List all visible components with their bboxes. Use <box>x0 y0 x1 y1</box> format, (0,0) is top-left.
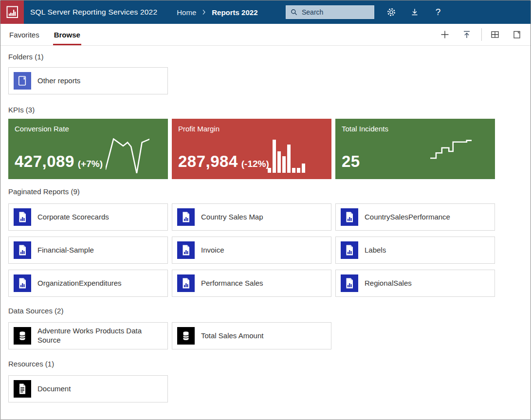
section-heading-paginated-reports: Paginated Reports (9) <box>8 179 523 203</box>
top-bar: SQL Server Reporting Services 2022 Home … <box>0 0 531 24</box>
datasource-tile[interactable]: Adventure Works Products Data Source <box>8 322 168 349</box>
details-view-icon <box>511 29 523 40</box>
breadcrumb-home[interactable]: Home <box>177 8 196 17</box>
document-icon <box>14 380 31 398</box>
tile-label: Performance Sales <box>201 279 263 288</box>
kpi-sparkline <box>430 140 472 159</box>
report-tile[interactable]: RegionalSales <box>335 270 495 297</box>
report-tile[interactable]: Performance Sales <box>172 270 331 297</box>
gear-icon <box>386 7 397 18</box>
report-icon <box>14 274 31 292</box>
kpi-value-row: 427,089(+7%) <box>15 152 103 171</box>
paginated-reports-grid: Corporate Scorecards Country Sales Map C… <box>8 203 495 297</box>
report-icon <box>341 241 358 259</box>
report-tile[interactable]: Country Sales Map <box>172 203 331 231</box>
kpi-value: 25 <box>342 152 360 171</box>
spark-bar <box>277 151 281 173</box>
report-icon <box>177 274 195 292</box>
kpi-delta: (+7%) <box>78 159 103 169</box>
spark-bar <box>282 156 286 173</box>
settings-button[interactable] <box>385 5 398 19</box>
new-item-button[interactable] <box>437 26 453 43</box>
tile-label: Labels <box>365 246 386 255</box>
database-icon <box>14 327 31 345</box>
tile-label: CountrySalesPerformance <box>365 213 450 222</box>
kpi-value-row: 287,984(-12%) <box>178 152 269 171</box>
folders-grid: Other reports <box>8 67 495 94</box>
kpi-delta: (-12%) <box>241 159 269 169</box>
tile-label: Total Sales Amount <box>201 331 263 341</box>
help-button[interactable]: ? <box>431 5 445 19</box>
report-icon <box>177 208 195 226</box>
tile-label: Adventure Works Products Data Source <box>37 327 159 345</box>
spark-bar <box>292 168 295 173</box>
grid-view-icon <box>489 29 501 40</box>
resources-grid: Document <box>8 375 495 402</box>
section-heading-kpis: KPIs (3) <box>8 94 523 119</box>
data-sources-grid: Adventure Works Products Data Source Tot… <box>8 322 495 349</box>
plus-icon <box>439 29 451 40</box>
search-box <box>286 5 374 19</box>
report-icon <box>14 241 31 259</box>
report-tile[interactable]: Invoice <box>172 237 331 264</box>
help-icon: ? <box>436 7 441 18</box>
kpi-card[interactable]: Profit Margin287,984(-12%) <box>172 119 331 179</box>
tile-label: Document <box>37 384 71 394</box>
tile-label: RegionalSales <box>365 279 412 288</box>
kpi-title: Conversion Rate <box>15 125 69 133</box>
upload-button[interactable] <box>458 26 475 43</box>
search-icon <box>290 8 298 16</box>
report-tile[interactable]: OrganizationExpenditures <box>8 270 168 297</box>
tile-label: Financial-Sample <box>37 246 94 255</box>
tab-browse[interactable]: Browse <box>53 24 81 45</box>
report-tile[interactable]: CountrySalesPerformance <box>335 203 495 231</box>
spark-bar <box>297 168 300 173</box>
kpi-title: Profit Margin <box>178 125 220 133</box>
report-icon <box>14 208 31 226</box>
kpi-value: 287,984 <box>178 152 238 171</box>
kpi-sparkline <box>106 138 149 173</box>
content-area: Folders (1) Other reports KPIs (3) Conve… <box>0 46 531 402</box>
kpi-row: Conversion Rate427,089(+7%) Profit Margi… <box>8 119 523 179</box>
search-input[interactable] <box>301 8 364 17</box>
ssrs-logo-icon <box>0 0 24 24</box>
report-tile[interactable]: Financial-Sample <box>8 237 168 264</box>
folder-tile[interactable]: Other reports <box>8 67 168 94</box>
kpi-value-row: 25 <box>342 152 360 171</box>
toolbar-divider <box>481 28 482 41</box>
breadcrumb: Home Reports 2022 <box>177 8 257 17</box>
section-heading-resources: Resources (1) <box>8 349 523 375</box>
kpi-card[interactable]: Total Incidents25 <box>335 119 495 179</box>
tile-label: Country Sales Map <box>201 213 263 222</box>
tab-favorites[interactable]: Favorites <box>8 24 40 45</box>
resource-tile[interactable]: Document <box>8 375 168 402</box>
database-icon <box>177 327 195 345</box>
tab-bar: Favorites Browse <box>0 24 531 46</box>
report-tile[interactable]: Labels <box>335 237 495 264</box>
chevron-right-icon <box>200 8 208 16</box>
spark-bar <box>268 168 271 173</box>
report-icon <box>341 208 358 226</box>
details-view-button[interactable] <box>509 26 525 43</box>
tiles-view-button[interactable] <box>487 26 503 43</box>
report-icon <box>341 274 358 292</box>
spark-bar <box>287 145 291 173</box>
app-title: SQL Server Reporting Services 2022 <box>30 8 157 17</box>
tile-label: OrganizationExpenditures <box>37 279 122 288</box>
folder-icon <box>14 72 31 90</box>
breadcrumb-current: Reports 2022 <box>212 8 257 17</box>
spark-bar <box>302 164 305 173</box>
report-tile[interactable]: Corporate Scorecards <box>8 203 168 231</box>
app-logo[interactable] <box>0 0 24 24</box>
tile-label: Corporate Scorecards <box>37 213 109 222</box>
app-window: SQL Server Reporting Services 2022 Home … <box>0 0 531 420</box>
datasource-tile[interactable]: Total Sales Amount <box>172 322 331 349</box>
kpi-title: Total Incidents <box>342 125 388 133</box>
tile-label: Other reports <box>37 76 80 86</box>
section-heading-data-sources: Data Sources (2) <box>8 297 523 322</box>
spark-bar <box>273 140 276 173</box>
kpi-card[interactable]: Conversion Rate427,089(+7%) <box>8 119 168 179</box>
report-icon <box>177 241 195 259</box>
upload-icon <box>461 29 473 40</box>
download-button[interactable] <box>408 5 421 19</box>
